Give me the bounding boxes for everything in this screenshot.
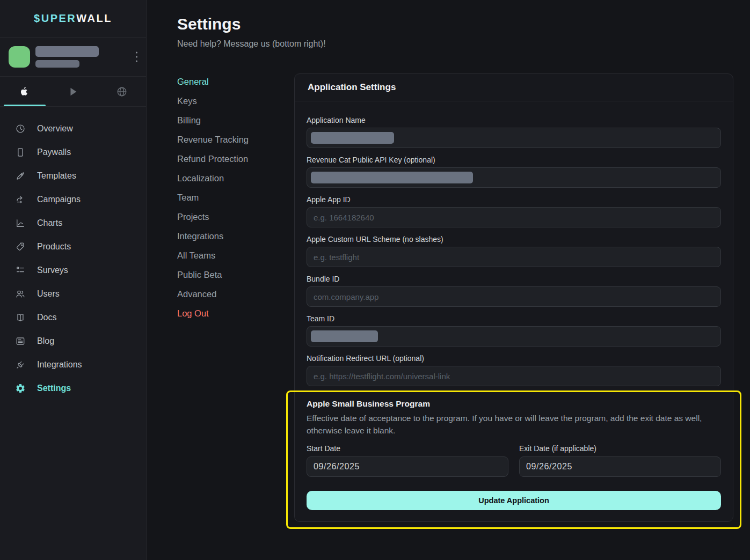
settings-nav-integrations[interactable]: Integrations	[177, 226, 249, 246]
field-application-name: Application Name	[307, 116, 721, 148]
redacted-value	[311, 132, 394, 144]
sidebar-item-docs[interactable]: Docs	[0, 306, 146, 329]
exit-date-label: Exit Date (if applicable)	[519, 444, 721, 453]
rocket-icon	[14, 171, 26, 182]
tab-platform-apple[interactable]	[0, 77, 49, 106]
settings-nav-team[interactable]: Team	[177, 188, 249, 207]
settings-nav: General Keys Billing Revenue Tracking Re…	[177, 72, 249, 323]
settings-nav-advanced[interactable]: Advanced	[177, 284, 249, 304]
small-business-program-section: Apple Small Business Program Effective d…	[307, 399, 721, 510]
redacted-value	[311, 172, 473, 183]
field-label: Bundle ID	[307, 275, 721, 283]
app-menu-kebab-icon[interactable]	[134, 50, 140, 64]
globe-icon	[116, 86, 128, 98]
exit-date-field: Exit Date (if applicable)	[519, 444, 721, 477]
brand-logo-white: WALL	[76, 12, 112, 25]
app-avatar	[9, 46, 30, 68]
gear-icon	[14, 383, 26, 394]
notification-redirect-url-input[interactable]	[307, 366, 721, 386]
field-label: Team ID	[307, 314, 721, 323]
application-settings-card: Application Settings Application Name Re…	[294, 73, 733, 522]
settings-nav-billing[interactable]: Billing	[177, 110, 249, 130]
bundle-id-input[interactable]	[307, 286, 721, 307]
book-icon	[14, 312, 26, 323]
sidebar-item-surveys[interactable]: Surveys	[0, 259, 146, 282]
update-application-button[interactable]: Update Application	[307, 491, 721, 510]
checklist-icon	[14, 265, 26, 276]
apple-app-id-input[interactable]	[307, 207, 721, 227]
field-url-scheme: Apple Custom URL Scheme (no slashes)	[307, 235, 721, 267]
plug-icon	[14, 359, 26, 371]
play-store-icon	[67, 86, 79, 98]
sidebar-item-paywalls[interactable]: Paywalls	[0, 141, 146, 164]
sidebar-item-users[interactable]: Users	[0, 282, 146, 306]
field-bundle-id: Bundle ID	[307, 275, 721, 307]
sidebar-item-settings[interactable]: Settings	[0, 377, 146, 400]
app-name-redacted	[35, 46, 99, 68]
settings-nav-public-beta[interactable]: Public Beta	[177, 265, 249, 284]
platform-tabs	[0, 77, 146, 107]
field-label: Apple App ID	[307, 195, 721, 204]
field-label: Application Name	[307, 116, 721, 124]
field-team-id: Team ID	[307, 314, 721, 347]
phone-icon	[14, 147, 26, 158]
brand-logo: $UPERWALL	[0, 0, 146, 38]
redacted-value	[311, 330, 378, 342]
sidebar: $UPERWALL	[0, 0, 147, 560]
settings-nav-refund-protection[interactable]: Refund Protection	[177, 149, 249, 168]
card-title: Application Settings	[295, 74, 733, 101]
brand-logo-teal: $UPER	[34, 12, 76, 25]
redacted-app-title	[35, 46, 99, 57]
overview-icon	[14, 123, 26, 135]
field-notification-redirect-url: Notification Redirect URL (optional)	[307, 354, 721, 386]
settings-nav-all-teams[interactable]: All Teams	[177, 246, 249, 265]
chart-line-icon	[14, 218, 26, 229]
field-revenuecat-key: Revenue Cat Public API Key (optional)	[307, 156, 721, 188]
page-title: Settings	[177, 15, 241, 33]
field-label: Revenue Cat Public API Key (optional)	[307, 156, 721, 164]
start-date-field: Start Date	[307, 444, 508, 477]
settings-nav-localization[interactable]: Localization	[177, 168, 249, 188]
app-selector[interactable]	[0, 38, 146, 77]
sidebar-nav: Overview Paywalls Templates Campaigns Ch…	[0, 107, 146, 400]
exit-date-input[interactable]	[519, 456, 721, 477]
sidebar-item-campaigns[interactable]: Campaigns	[0, 188, 146, 211]
settings-nav-revenue-tracking[interactable]: Revenue Tracking	[177, 130, 249, 149]
start-date-input[interactable]	[307, 456, 508, 477]
redacted-app-subtitle	[35, 60, 79, 68]
settings-nav-keys[interactable]: Keys	[177, 91, 249, 110]
sbp-description: Effective date of acceptance to the prog…	[307, 412, 720, 437]
settings-nav-logout[interactable]: Log Out	[177, 304, 249, 323]
start-date-label: Start Date	[307, 444, 508, 453]
sidebar-item-products[interactable]: Products	[0, 235, 146, 259]
page-subtitle: Need help? Message us (bottom right)!	[177, 39, 326, 49]
sidebar-item-integrations[interactable]: Integrations	[0, 353, 146, 377]
sidebar-item-blog[interactable]: Blog	[0, 329, 146, 353]
settings-nav-general[interactable]: General	[177, 72, 249, 91]
field-label: Notification Redirect URL (optional)	[307, 354, 721, 363]
tab-platform-web[interactable]	[97, 77, 146, 106]
field-apple-app-id: Apple App ID	[307, 195, 721, 227]
newspaper-icon	[14, 336, 26, 347]
sbp-title: Apple Small Business Program	[307, 399, 721, 409]
sidebar-item-templates[interactable]: Templates	[0, 164, 146, 188]
url-scheme-input[interactable]	[307, 247, 721, 267]
sidebar-item-overview[interactable]: Overview	[0, 117, 146, 141]
users-icon	[14, 289, 26, 300]
field-label: Apple Custom URL Scheme (no slashes)	[307, 235, 721, 244]
apple-icon	[18, 86, 30, 98]
tab-platform-play[interactable]	[49, 77, 98, 106]
sidebar-item-charts[interactable]: Charts	[0, 211, 146, 235]
settings-nav-projects[interactable]: Projects	[177, 207, 249, 226]
promote-arrow-icon	[14, 194, 26, 205]
tag-icon	[14, 241, 26, 253]
